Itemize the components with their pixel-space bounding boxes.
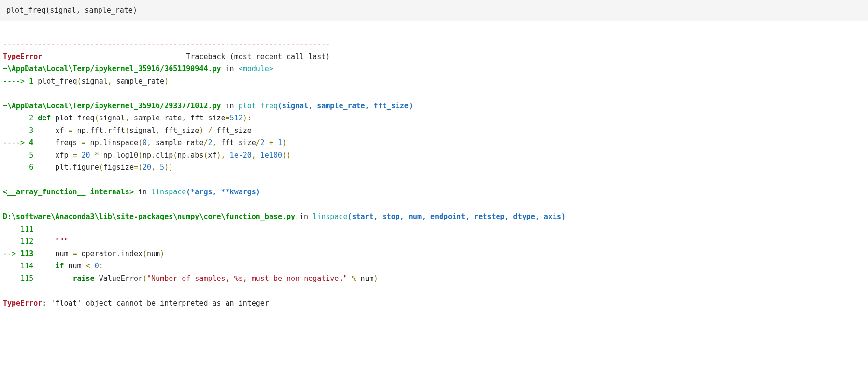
tb-arg: sample_rate [112,77,164,86]
tb-frame4-fn: linspace [313,212,347,221]
tb-num: 20 [77,151,90,160]
tb-frame2-sig: (signal, sample_rate, fft_size) [278,102,413,110]
tb-in: in [221,102,239,110]
tb-in: in [295,212,313,221]
tb-code: freqs [33,138,81,147]
code-input-cell[interactable]: plot_freq(signal, sample_rate) [0,0,868,21]
tb-code: figure [73,163,99,172]
tb-indent [3,262,20,270]
tb-line-num: 6 [29,163,33,172]
tb-num: 512 [230,114,243,122]
traceback-output: ----------------------------------------… [0,26,868,313]
tb-code: np [142,151,151,160]
tb-num: 2 [260,138,265,147]
tb-paren: ): [243,114,252,122]
tb-frame1-module: <module> [239,64,273,73]
tb-num: 5 [156,163,164,172]
tb-indent [3,151,29,160]
tb-paren: )) [282,151,291,160]
tb-code: np [86,138,99,147]
tb-indent [3,237,20,246]
tb-arrow: ----> [3,77,29,86]
tb-kw-if: if [33,262,64,270]
tb-indent [3,126,29,135]
tb-code: sample_rate [151,138,203,147]
tb-kw-def: def [33,114,51,122]
tb-op: + [265,138,273,147]
tb-op: % [347,274,356,283]
tb-code: num [64,262,85,270]
tb-arg: signal [129,126,156,135]
tb-comma: , [252,151,256,160]
tb-eq: = [73,250,77,258]
tb-indent [3,163,29,172]
tb-dot: . [86,126,90,135]
tb-code: linspace [103,138,138,147]
tb-line-num: 3 [29,126,33,135]
tb-code: xf [33,126,68,135]
tb-paren: ( [99,163,103,172]
tb-dot: . [103,126,108,135]
tb-paren: ( [77,77,82,86]
code-fn: plot_freq [6,6,45,15]
code-args: signal, sample_rate [50,6,133,15]
tb-line-num: 5 [29,151,33,160]
tb-op: / [256,138,260,147]
tb-eq: = [82,138,86,147]
tb-dot: . [151,151,156,160]
tb-code: operator [77,250,116,258]
tb-comma: , [147,138,151,147]
tb-arg: xf [208,151,216,160]
tb-comma: , [125,114,129,122]
tb-indent [3,274,20,283]
tb-code: abs [190,151,203,160]
tb-op: / [203,126,212,135]
tb-frame4-sig: (start, stop, num, endpoint, retstep, dt… [347,212,566,221]
tb-final-error-msg: : 'float' object cannot be interpreted a… [42,299,269,308]
tb-op: * [90,151,99,160]
tb-paren: ( [142,250,147,258]
tb-eq: = [73,151,77,160]
tb-line-num: 2 [29,114,33,122]
tb-code: plot_freq [51,114,94,122]
tb-dot: . [186,151,190,160]
tb-paren: ) [160,250,164,258]
tb-code: clip [156,151,173,160]
tb-frame2-path: ~\AppData\Local\Temp/ipykernel_35916/293… [3,102,221,110]
tb-error-name: TypeError [3,52,42,61]
tb-arg: fft_size [160,126,199,135]
tb-indent [3,114,29,122]
tb-dot: . [99,138,103,147]
tb-code: fft [90,126,103,135]
tb-line-num: 112 [20,237,33,246]
tb-arg: signal [99,114,125,122]
tb-code: num [356,274,374,283]
tb-paren: ) [374,274,378,283]
tb-paren: ( [95,114,99,122]
tb-code: plot_freq [33,77,77,86]
tb-paren: ) [282,138,286,147]
tb-code: fft_size [213,126,252,135]
tb-num: 1e-20 [226,151,252,160]
tb-indent [3,225,20,234]
tb-colon: : [99,262,103,270]
tb-separator: ----------------------------------------… [3,40,330,48]
tb-code: rfft [108,126,125,135]
tb-frame3-fn: linspace [151,188,186,196]
tb-string: "Number of samples, %s, must be non-nega… [147,274,347,283]
tb-code: np [73,126,86,135]
tb-paren: ( [125,126,129,135]
tb-arg: num [147,250,160,258]
tb-frame1-path: ~\AppData\Local\Temp/ipykernel_35916/365… [3,64,221,73]
tb-line-num: 115 [20,274,33,283]
code-close: ) [133,6,137,15]
tb-final-error-name: TypeError [3,299,42,308]
tb-code: xfp [33,151,72,160]
tb-paren: )) [164,163,173,172]
tb-comma: , [182,114,186,122]
tb-code: fft_size [217,138,256,147]
tb-frame2-fn: plot_freq [239,102,278,110]
tb-paren: =( [134,163,142,172]
tb-arg: signal [82,77,108,86]
tb-code: np [99,151,112,160]
